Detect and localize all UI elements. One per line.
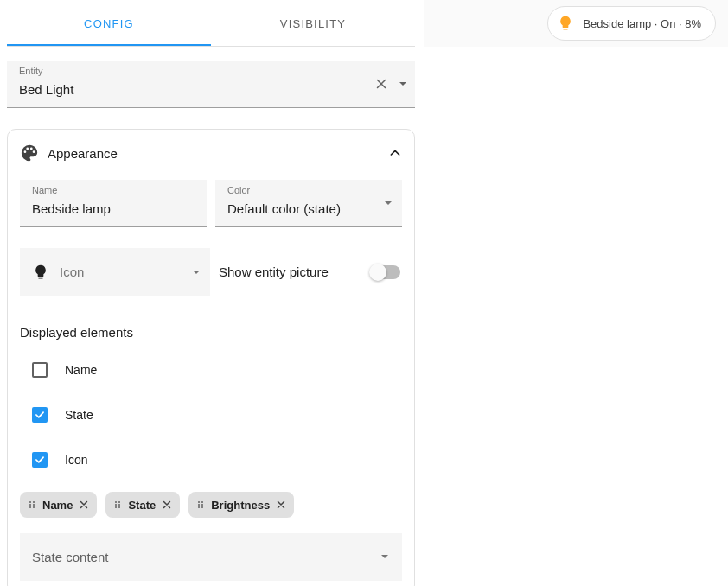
drag-handle-icon[interactable] bbox=[195, 500, 206, 510]
svg-point-9 bbox=[118, 504, 120, 506]
state-content-placeholder: State content bbox=[32, 550, 108, 564]
check-icon-label: Icon bbox=[65, 453, 87, 467]
show-entity-picture-toggle[interactable] bbox=[371, 265, 400, 279]
tabs: Config Visibility bbox=[7, 3, 415, 47]
check-name-label: Name bbox=[65, 363, 97, 377]
icon-placeholder: Icon bbox=[60, 264, 181, 279]
tab-config[interactable]: Config bbox=[7, 3, 211, 46]
color-value: Default color (state) bbox=[227, 201, 383, 216]
state-chips: Name State bbox=[20, 492, 402, 518]
state-content-field[interactable]: State content bbox=[20, 533, 402, 581]
close-icon[interactable] bbox=[275, 499, 287, 511]
svg-point-13 bbox=[201, 501, 203, 503]
bulb-icon bbox=[557, 15, 574, 32]
svg-point-5 bbox=[33, 506, 35, 508]
appearance-title: Appearance bbox=[48, 146, 118, 161]
svg-point-12 bbox=[198, 501, 200, 503]
checkbox-icon[interactable] bbox=[32, 452, 48, 468]
check-state-label: State bbox=[65, 408, 93, 422]
color-label: Color bbox=[227, 185, 250, 195]
palette-icon bbox=[20, 143, 39, 162]
close-icon[interactable] bbox=[78, 499, 90, 511]
chip-name[interactable]: Name bbox=[20, 492, 97, 518]
chip-brightness-label: Brightness bbox=[211, 499, 270, 512]
bulb-icon bbox=[32, 264, 49, 281]
color-field[interactable]: Color Default color (state) bbox=[215, 180, 402, 227]
svg-point-15 bbox=[201, 504, 203, 506]
svg-point-17 bbox=[201, 506, 203, 508]
svg-point-11 bbox=[118, 506, 120, 508]
check-icon[interactable]: Icon bbox=[20, 447, 402, 473]
chevron-down-icon bbox=[191, 267, 201, 277]
checkbox-state[interactable] bbox=[32, 407, 48, 423]
icon-field[interactable]: Icon bbox=[20, 248, 210, 296]
show-entity-picture-label: Show entity picture bbox=[219, 264, 329, 279]
check-state[interactable]: State bbox=[20, 402, 402, 428]
drag-handle-icon[interactable] bbox=[27, 500, 37, 510]
displayed-elements-heading: Displayed elements bbox=[20, 325, 402, 340]
chip-brightness[interactable]: Brightness bbox=[188, 492, 294, 518]
tab-visibility[interactable]: Visibility bbox=[211, 3, 415, 46]
chevron-up-icon bbox=[388, 146, 402, 160]
chevron-down-icon bbox=[380, 551, 390, 562]
chip-name-label: Name bbox=[42, 499, 73, 512]
svg-point-10 bbox=[115, 506, 117, 508]
chevron-down-icon bbox=[383, 198, 393, 208]
appearance-header[interactable]: Appearance bbox=[20, 143, 402, 162]
svg-point-7 bbox=[118, 501, 120, 503]
svg-point-16 bbox=[198, 506, 200, 508]
entity-value: Bed Light bbox=[19, 82, 374, 97]
chip-state-label: State bbox=[128, 499, 156, 512]
drag-handle-icon[interactable] bbox=[112, 500, 123, 510]
name-label: Name bbox=[32, 185, 57, 195]
svg-point-14 bbox=[198, 504, 200, 506]
svg-point-2 bbox=[29, 504, 31, 506]
entity-field[interactable]: Entity Bed Light bbox=[7, 61, 415, 108]
svg-point-3 bbox=[33, 504, 35, 506]
svg-point-1 bbox=[33, 501, 35, 503]
name-field[interactable]: Name Bedside lamp bbox=[20, 180, 207, 227]
close-icon[interactable] bbox=[161, 499, 173, 511]
svg-point-6 bbox=[115, 501, 117, 503]
preview-badge[interactable]: Bedside lamp · On · 8% bbox=[547, 6, 716, 41]
svg-point-8 bbox=[115, 504, 117, 506]
appearance-section: Appearance Name Bedside lamp Color Defau… bbox=[7, 129, 415, 586]
chip-state[interactable]: State bbox=[105, 492, 180, 518]
clear-icon[interactable] bbox=[374, 76, 389, 92]
svg-point-0 bbox=[29, 501, 31, 503]
checkbox-name[interactable] bbox=[32, 362, 48, 378]
preview-text: Bedside lamp · On · 8% bbox=[583, 17, 701, 30]
name-value: Bedside lamp bbox=[32, 201, 198, 216]
chevron-down-icon[interactable] bbox=[398, 79, 408, 89]
entity-label: Entity bbox=[19, 66, 43, 76]
check-name[interactable]: Name bbox=[20, 357, 402, 383]
svg-point-4 bbox=[29, 506, 31, 508]
